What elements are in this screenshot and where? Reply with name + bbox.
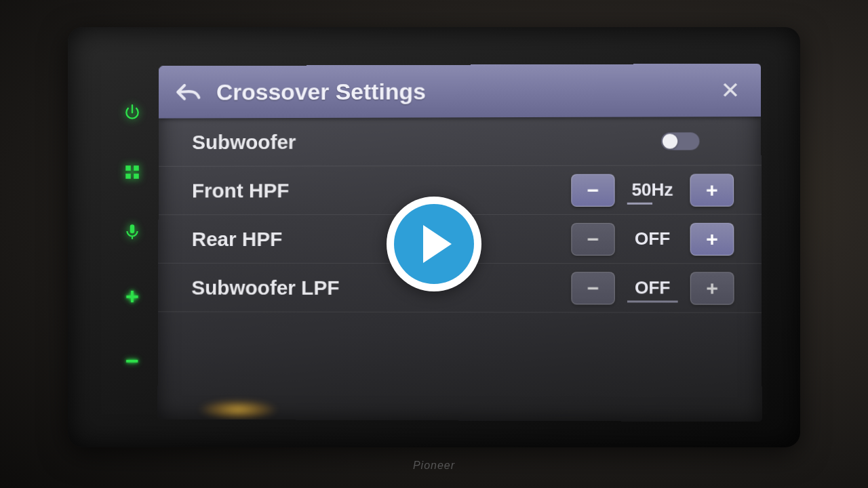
power-button[interactable] bbox=[123, 104, 141, 125]
back-button[interactable] bbox=[172, 82, 205, 102]
sub-lpf-value-text: OFF bbox=[635, 277, 671, 298]
svg-rect-0 bbox=[125, 166, 131, 171]
play-icon bbox=[423, 225, 452, 263]
label-subwoofer-lpf: Subwoofer LPF bbox=[191, 276, 571, 300]
rear-hpf-plus-button[interactable]: + bbox=[690, 222, 734, 255]
play-icon-circle bbox=[394, 204, 474, 284]
sub-lpf-minus-button[interactable]: − bbox=[571, 272, 614, 304]
rear-hpf-minus-button[interactable]: − bbox=[571, 222, 614, 255]
front-hpf-value-text: 50Hz bbox=[631, 180, 673, 200]
volume-up-button[interactable]: + bbox=[125, 283, 139, 310]
toggle-knob bbox=[663, 134, 677, 148]
subwoofer-toggle[interactable] bbox=[661, 132, 700, 150]
sub-lpf-plus-button[interactable]: + bbox=[690, 272, 734, 304]
row-subwoofer: Subwoofer bbox=[159, 117, 762, 167]
page-title: Crossover Settings bbox=[216, 77, 713, 105]
front-hpf-value: 50Hz bbox=[625, 180, 681, 201]
svg-rect-3 bbox=[134, 174, 139, 179]
sub-lpf-value: OFF bbox=[625, 277, 681, 298]
rear-hpf-value-text: OFF bbox=[635, 228, 670, 249]
microphone-button[interactable] bbox=[123, 223, 141, 245]
hardware-button-strip: + − bbox=[108, 64, 156, 420]
label-front-hpf: Front HPF bbox=[192, 178, 571, 202]
close-button[interactable]: ✕ bbox=[713, 77, 747, 104]
svg-rect-1 bbox=[134, 166, 139, 171]
value-indicator bbox=[627, 203, 652, 205]
value-indicator bbox=[627, 300, 678, 302]
screen-glare bbox=[198, 399, 279, 420]
header-bar: Crossover Settings ✕ bbox=[159, 64, 761, 119]
apps-button[interactable] bbox=[123, 163, 141, 185]
front-hpf-plus-button[interactable]: + bbox=[690, 174, 734, 206]
svg-rect-4 bbox=[130, 225, 135, 234]
front-hpf-minus-button[interactable]: − bbox=[571, 174, 614, 206]
svg-rect-2 bbox=[125, 174, 131, 179]
volume-down-button[interactable]: − bbox=[125, 348, 139, 374]
label-subwoofer: Subwoofer bbox=[192, 129, 661, 154]
video-play-button[interactable] bbox=[387, 197, 481, 291]
label-rear-hpf: Rear HPF bbox=[192, 227, 572, 250]
rear-hpf-value: OFF bbox=[625, 228, 681, 249]
brand-label: Pioneer bbox=[413, 460, 455, 472]
